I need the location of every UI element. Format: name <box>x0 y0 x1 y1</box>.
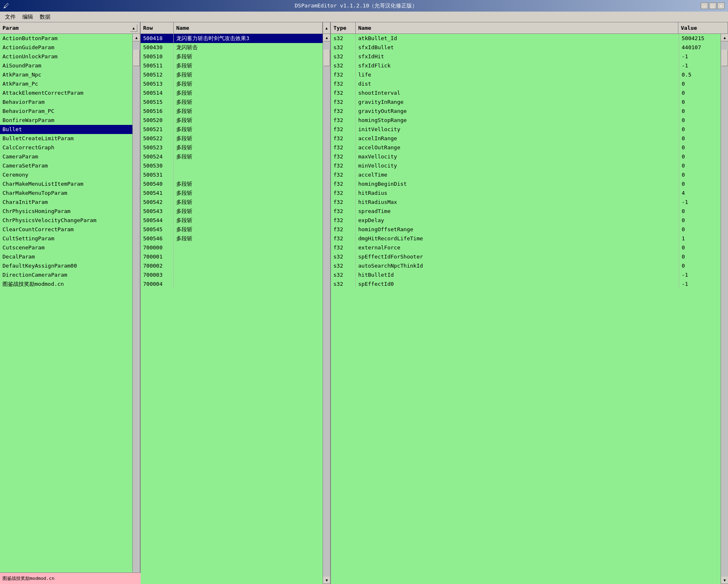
mid-scroll-thumb[interactable] <box>323 50 330 66</box>
right-panel-scroll[interactable]: s32atkBullet_Id5004215s32sfxIdBullet4401… <box>331 34 721 584</box>
table-row[interactable]: 500545多段斩 <box>141 225 323 234</box>
table-row[interactable]: 700003 <box>141 270 323 280</box>
table-row[interactable]: s32hitBulletId-1 <box>331 270 721 280</box>
param-item[interactable]: DecalParam <box>0 252 132 261</box>
param-item[interactable]: ChrPhysicsVelocityChangeParam <box>0 216 132 225</box>
row-value[interactable]: 0 <box>679 161 721 170</box>
param-item[interactable]: ActionUnlockParam <box>0 52 132 61</box>
row-value[interactable]: 0 <box>679 170 721 179</box>
param-item[interactable]: AtkParam_Npc <box>0 70 132 79</box>
param-item[interactable]: BehaviorParam <box>0 98 132 107</box>
right-scroll-down[interactable]: ▼ <box>721 577 728 584</box>
right-scroll-track[interactable] <box>721 41 728 577</box>
table-row[interactable]: 500522多段斩 <box>141 134 323 143</box>
table-row[interactable]: f32minVellocity0 <box>331 161 721 170</box>
table-row[interactable]: f32hitRadius4 <box>331 189 721 198</box>
left-scroll-thumb[interactable] <box>133 50 140 66</box>
row-value[interactable]: 0 <box>679 152 721 161</box>
row-value[interactable]: 0 <box>679 107 721 115</box>
row-value[interactable]: 0 <box>679 125 721 134</box>
menu-edit[interactable]: 编辑 <box>19 12 36 22</box>
row-value[interactable]: 0 <box>679 116 721 124</box>
table-row[interactable]: f32life0.5 <box>331 70 721 79</box>
row-value[interactable]: 0 <box>679 207 721 215</box>
param-item[interactable]: Bullet <box>0 125 132 134</box>
param-item[interactable]: ChrPhysicsHomingParam <box>0 207 132 216</box>
left-scroll-up-header[interactable]: ▲ <box>130 24 137 32</box>
table-row[interactable]: 500540多段斩 <box>141 180 323 189</box>
row-value[interactable]: 440107 <box>679 43 721 52</box>
table-row[interactable]: 500512多段斩 <box>141 70 323 79</box>
param-item[interactable]: CalcCorrectGraph <box>0 143 132 152</box>
table-row[interactable]: f32shootInterval0 <box>331 89 721 98</box>
row-value[interactable]: -1 <box>679 52 721 61</box>
menu-file[interactable]: 文件 <box>2 12 19 22</box>
table-row[interactable]: f32gravityOutRange0 <box>331 107 721 116</box>
table-row[interactable]: 500515多段斩 <box>141 98 323 107</box>
param-item[interactable]: ActionButtonParam <box>0 34 132 43</box>
param-item[interactable]: CultSettingParam <box>0 234 132 243</box>
param-item[interactable]: CharMakeMenuListItemParam <box>0 180 132 189</box>
table-row[interactable]: 500542多段斩 <box>141 198 323 207</box>
param-item[interactable]: CharMakeMenuTopParam <box>0 189 132 198</box>
table-row[interactable]: 500520多段斩 <box>141 116 323 125</box>
table-row[interactable]: s32spEffectId0-1 <box>331 280 721 289</box>
mid-panel-scroll[interactable]: 500418龙闪蓄力斩击时剑气攻击效果3500430龙闪斩击500510多段斩5… <box>141 34 323 584</box>
table-row[interactable]: 500546多段斩 <box>141 234 323 243</box>
table-row[interactable]: 500543多段斩 <box>141 207 323 216</box>
param-item[interactable]: DefaultKeyAssignParam00 <box>0 261 132 270</box>
table-row[interactable]: 500544多段斩 <box>141 216 323 225</box>
param-item[interactable]: Ceremony <box>0 170 132 180</box>
table-row[interactable]: 500511多段斩 <box>141 61 323 70</box>
param-item[interactable]: AttackElementCorrectParam <box>0 89 132 98</box>
table-row[interactable]: f32accelOutRange0 <box>331 143 721 152</box>
table-row[interactable]: s32sfxIdBullet440107 <box>331 43 721 52</box>
left-list-container[interactable]: ActionButtonParamActionGuideParamActionU… <box>0 34 132 584</box>
mid-scroll-up-header[interactable]: ▲ <box>323 22 330 34</box>
table-row[interactable]: 500430龙闪斩击 <box>141 43 323 52</box>
minimize-button[interactable]: — <box>701 2 708 9</box>
row-value[interactable]: -1 <box>679 280 721 288</box>
table-row[interactable]: 500516多段斩 <box>141 107 323 116</box>
mid-scroll-track[interactable] <box>323 41 330 577</box>
row-value[interactable]: 0 <box>679 89 721 97</box>
row-value[interactable]: 0 <box>679 261 721 270</box>
table-row[interactable]: f32spreadTime0 <box>331 207 721 216</box>
table-row[interactable]: f32externalForce0 <box>331 243 721 252</box>
table-row[interactable]: 500521多段斩 <box>141 125 323 134</box>
left-scroll-track[interactable] <box>133 41 140 577</box>
table-row[interactable]: 500524多段斩 <box>141 152 323 161</box>
table-row[interactable]: 500513多段斩 <box>141 79 323 89</box>
row-value[interactable]: 0 <box>679 134 721 143</box>
table-row[interactable]: f32accelTime0 <box>331 170 721 180</box>
table-row[interactable]: f32dmgHitRecordLifeTime1 <box>331 234 721 243</box>
table-row[interactable]: f32homingStopRange0 <box>331 116 721 125</box>
left-scroll-up[interactable]: ▲ <box>133 34 140 41</box>
param-item[interactable]: BulletCreateLimitParam <box>0 134 132 143</box>
table-row[interactable]: 500514多段斩 <box>141 89 323 98</box>
param-item[interactable]: BehaviorParam_PC <box>0 107 132 116</box>
table-row[interactable]: f32hitRadiusMax-1 <box>331 198 721 207</box>
row-value[interactable]: 4 <box>679 189 721 197</box>
table-row[interactable]: s32sfxIdHit-1 <box>331 52 721 61</box>
row-value[interactable]: 5004215 <box>679 34 721 43</box>
table-row[interactable]: f32gravityInRange0 <box>331 98 721 107</box>
param-item[interactable]: CharaInitParam <box>0 198 132 207</box>
table-row[interactable]: 700002 <box>141 261 323 270</box>
row-value[interactable]: 0 <box>679 143 721 152</box>
param-item[interactable]: ClearCountCorrectParam <box>0 225 132 234</box>
table-row[interactable]: 500510多段斩 <box>141 52 323 61</box>
row-value[interactable]: -1 <box>679 61 721 70</box>
table-row[interactable]: s32atkBullet_Id5004215 <box>331 34 721 43</box>
table-row[interactable]: 700000 <box>141 243 323 252</box>
table-row[interactable]: 500418龙闪蓄力斩击时剑气攻击效果3 <box>141 34 323 43</box>
table-row[interactable]: s32sfxIdFlick-1 <box>331 61 721 70</box>
row-value[interactable]: 0 <box>679 180 721 188</box>
table-row[interactable]: s32spEffectIdForShooter0 <box>331 252 721 261</box>
table-row[interactable]: 700001 <box>141 252 323 261</box>
param-item[interactable]: CameraSetParam <box>0 161 132 170</box>
param-item[interactable]: DirectionCameraParam <box>0 270 132 280</box>
param-item[interactable]: ActionGuideParam <box>0 43 132 52</box>
row-value[interactable]: 0 <box>679 243 721 252</box>
param-item[interactable]: AiSoundParam <box>0 61 132 70</box>
